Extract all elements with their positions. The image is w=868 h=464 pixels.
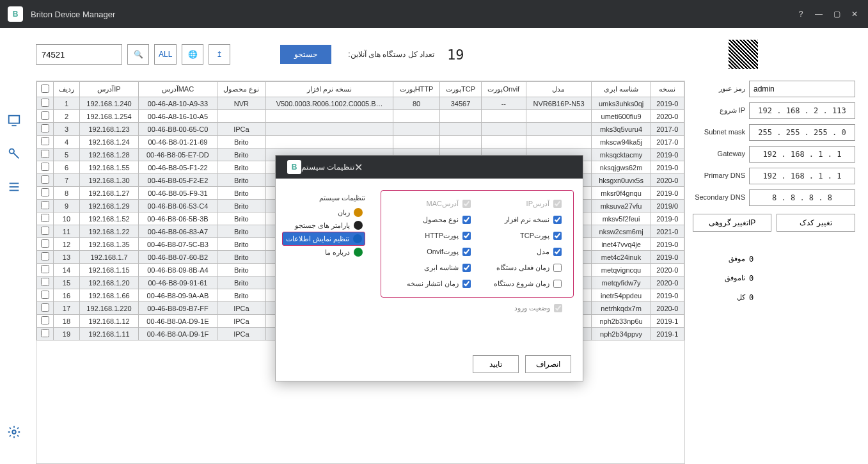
- row-checkbox[interactable]: [41, 150, 49, 158]
- qr-code-icon[interactable]: [729, 40, 758, 69]
- select-all-checkbox[interactable]: [41, 84, 49, 93]
- online-count-value: 19: [447, 47, 464, 63]
- table-row[interactable]: 3192.168.1.2300-46-B8-00-65-C0IPCamks3q5…: [37, 123, 684, 136]
- option-checkbox[interactable]: [462, 280, 471, 288]
- dialog-cancel-button[interactable]: انصراف: [525, 355, 571, 373]
- row-checkbox[interactable]: [41, 175, 49, 184]
- sidebar-wrench-icon[interactable]: [5, 145, 23, 163]
- online-count-label: تعداد کل دستگاه های آنلاین:: [348, 50, 434, 59]
- option-checkbox[interactable]: [553, 216, 562, 224]
- column-header[interactable]: شناسه ابری: [592, 82, 651, 97]
- row-checkbox[interactable]: [41, 137, 49, 145]
- display-option[interactable]: پورتHTTP: [393, 232, 471, 240]
- app-logo: B: [8, 6, 23, 22]
- column-header[interactable]: آدرسMAC: [139, 82, 217, 97]
- display-option[interactable]: شناسه ابری: [393, 264, 471, 272]
- start-ip-input[interactable]: 192 . 168 . 2 . 113: [749, 102, 855, 119]
- row-checkbox[interactable]: [41, 124, 49, 132]
- row-checkbox[interactable]: [41, 163, 49, 171]
- display-option[interactable]: زمان شروع دستگاه: [484, 280, 562, 288]
- row-checkbox[interactable]: [41, 291, 49, 299]
- svg-rect-0: [9, 116, 20, 124]
- table-row[interactable]: 1192.168.1.24000-46-A8-10-A9-33NVRV500.0…: [37, 97, 684, 110]
- help-icon[interactable]: ?: [795, 8, 807, 20]
- group-ip-button[interactable]: تغییر گروهیIP: [693, 214, 771, 232]
- option-checkbox[interactable]: [553, 248, 562, 256]
- column-header[interactable]: ردیف: [54, 82, 80, 97]
- search-button[interactable]: 🔍: [127, 44, 149, 65]
- subnet-input[interactable]: 255 . 255 . 255 . 0: [749, 124, 855, 141]
- table-row[interactable]: 2192.168.1.25400-46-A8-16-10-A5umeti600f…: [37, 110, 684, 123]
- display-option[interactable]: زمان فعلی دستگاه: [484, 264, 562, 272]
- option-checkbox[interactable]: [462, 232, 471, 240]
- dialog-logo: B: [287, 160, 301, 174]
- total-label: کل: [693, 293, 749, 302]
- minimize-icon[interactable]: —: [813, 8, 825, 20]
- option-checkbox[interactable]: [462, 248, 471, 256]
- close-icon[interactable]: ✕: [849, 8, 860, 20]
- display-option: آدرسMAC: [393, 200, 471, 208]
- dialog-menu-item[interactable]: تنظیم نمایش اطلاعات: [282, 232, 365, 246]
- codec-button[interactable]: تغییر کدک: [777, 214, 855, 232]
- display-option[interactable]: نسخه نرم افزار: [484, 216, 562, 224]
- login-status-checkbox: [554, 304, 562, 312]
- svg-point-7: [12, 430, 16, 434]
- dialog-menu-item[interactable]: زبان: [282, 206, 365, 219]
- globe-button[interactable]: 🌐: [182, 44, 203, 65]
- total-count: 0: [749, 293, 754, 302]
- display-option[interactable]: پورتOnvif: [393, 248, 471, 256]
- column-header[interactable]: نسخه: [651, 82, 684, 97]
- sidebar-settings-icon[interactable]: [5, 423, 23, 441]
- row-checkbox[interactable]: [41, 252, 49, 260]
- dialog-sidebar: تنظیمات سیستم زبانپارامتر های جستجوتنظیم…: [276, 179, 372, 381]
- row-checkbox[interactable]: [41, 111, 49, 120]
- pdns-input[interactable]: 192 . 168 . 1 . 1: [749, 168, 855, 184]
- column-header[interactable]: پورتHTTP: [393, 82, 440, 97]
- dialog-confirm-button[interactable]: تایید: [473, 355, 519, 373]
- password-input[interactable]: [749, 81, 855, 97]
- table-row[interactable]: 4192.168.1.2400-46-B8-01-21-69Britomkscw…: [37, 136, 684, 148]
- toolbar: 🔍 ALL 🌐 ↥ جستجو تعداد کل دستگاه های آنلا…: [36, 40, 860, 69]
- primary-search-button[interactable]: جستجو: [280, 45, 331, 64]
- row-checkbox[interactable]: [41, 278, 49, 286]
- row-checkbox[interactable]: [41, 329, 49, 337]
- column-header[interactable]: نسخه نرم افزار: [266, 82, 393, 97]
- column-header[interactable]: پورتOnvif: [482, 82, 526, 97]
- row-checkbox[interactable]: [41, 227, 49, 235]
- subnet-label: Subnet mask: [693, 128, 749, 136]
- app-title: Briton Device Manager: [31, 10, 115, 19]
- dialog-menu-item[interactable]: پارامتر های جستجو: [282, 219, 365, 232]
- column-header[interactable]: پورتTCP: [439, 82, 481, 97]
- sidebar-monitor-icon[interactable]: [5, 111, 23, 129]
- column-header[interactable]: نوع محصول: [217, 82, 265, 97]
- option-checkbox[interactable]: [553, 280, 562, 288]
- row-checkbox[interactable]: [41, 201, 49, 209]
- dialog-close-icon[interactable]: ✕: [354, 161, 363, 173]
- option-checkbox[interactable]: [553, 264, 562, 272]
- option-checkbox[interactable]: [553, 232, 562, 240]
- search-input[interactable]: [36, 44, 122, 65]
- row-checkbox[interactable]: [41, 214, 49, 222]
- gateway-input[interactable]: 192 . 168 . 1 . 1: [749, 146, 855, 163]
- sdns-input[interactable]: 8 . 8 . 8 . 8: [749, 189, 855, 206]
- column-header[interactable]: مدل: [526, 82, 592, 97]
- option-checkbox[interactable]: [462, 216, 471, 224]
- row-checkbox[interactable]: [41, 99, 49, 107]
- row-checkbox[interactable]: [41, 303, 49, 312]
- row-checkbox[interactable]: [41, 316, 49, 324]
- sidebar-list-icon[interactable]: [5, 178, 23, 196]
- display-option[interactable]: پورتTCP: [484, 232, 562, 240]
- row-checkbox[interactable]: [41, 239, 49, 248]
- option-checkbox[interactable]: [462, 264, 471, 272]
- row-checkbox[interactable]: [41, 265, 49, 273]
- login-status-label: وضعیت ورود: [514, 304, 550, 312]
- display-option[interactable]: نوع محصول: [393, 216, 471, 224]
- display-option[interactable]: زمان انتشار نسخه: [393, 280, 471, 288]
- all-button[interactable]: ALL: [154, 44, 177, 65]
- upload-button[interactable]: ↥: [209, 44, 230, 65]
- row-checkbox[interactable]: [41, 188, 49, 196]
- display-option[interactable]: مدل: [484, 248, 562, 256]
- column-header[interactable]: آدرسIP: [79, 82, 138, 97]
- maximize-icon[interactable]: ▢: [831, 8, 842, 20]
- dialog-menu-item[interactable]: درباره ما: [282, 246, 365, 259]
